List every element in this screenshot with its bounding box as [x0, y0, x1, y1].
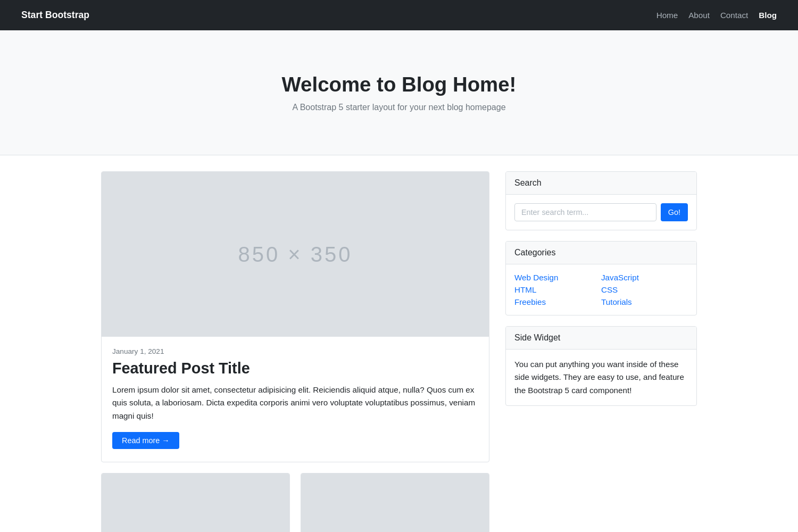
- category-html[interactable]: HTML: [514, 285, 601, 294]
- nav-item-contact: Contact: [720, 11, 748, 20]
- featured-post-image: 850 × 350: [102, 172, 489, 337]
- category-web-design[interactable]: Web Design: [514, 273, 601, 282]
- category-css[interactable]: CSS: [601, 285, 688, 294]
- featured-post-card: 850 × 350 January 1, 2021 Featured Post …: [101, 171, 489, 462]
- small-card-1: [101, 473, 290, 532]
- nav-link-about[interactable]: About: [688, 11, 710, 20]
- search-widget-body: Go!: [506, 195, 696, 230]
- featured-post-text: Lorem ipsum dolor sit amet, consectetur …: [112, 384, 478, 422]
- side-widget: Side Widget You can put anything you wan…: [505, 326, 697, 406]
- side-widget-header: Side Widget: [506, 327, 696, 350]
- featured-post-date: January 1, 2021: [112, 347, 478, 355]
- small-cards-row: [101, 473, 489, 532]
- small-card-2: [301, 473, 489, 532]
- category-tutorials[interactable]: Tutorials: [601, 297, 688, 306]
- read-more-button[interactable]: Read more →: [112, 432, 179, 449]
- featured-post-title: Featured Post Title: [112, 360, 478, 377]
- small-card-2-image: [301, 473, 489, 532]
- nav-link-contact[interactable]: Contact: [720, 11, 748, 20]
- category-freebies[interactable]: Freebies: [514, 297, 601, 306]
- categories-widget-body: Web Design JavaScript HTML CSS Freebies …: [506, 264, 696, 315]
- categories-widget: Categories Web Design JavaScript HTML CS…: [505, 241, 697, 315]
- side-widget-text: You can put anything you want inside of …: [514, 358, 688, 397]
- main-container: 850 × 350 January 1, 2021 Featured Post …: [59, 155, 739, 532]
- nav-item-about: About: [688, 11, 710, 20]
- side-widget-body: You can put anything you want inside of …: [506, 350, 696, 405]
- main-content: 850 × 350 January 1, 2021 Featured Post …: [101, 171, 489, 532]
- hero-subtitle: A Bootstrap 5 starter layout for your ne…: [11, 103, 787, 112]
- search-go-button[interactable]: Go!: [661, 203, 688, 221]
- search-widget: Search Go!: [505, 171, 697, 230]
- search-input[interactable]: [514, 203, 656, 221]
- search-widget-header: Search: [506, 172, 696, 195]
- navbar: Start Bootstrap Home About Contact Blog: [0, 0, 798, 30]
- nav-item-blog: Blog: [759, 11, 777, 20]
- sidebar: Search Go! Categories Web Design JavaScr…: [505, 171, 697, 406]
- search-form: Go!: [514, 203, 688, 221]
- featured-post-body: January 1, 2021 Featured Post Title Lore…: [102, 337, 489, 462]
- nav-link-home[interactable]: Home: [656, 11, 678, 20]
- hero-section: Welcome to Blog Home! A Bootstrap 5 star…: [0, 30, 798, 155]
- categories-grid: Web Design JavaScript HTML CSS Freebies …: [514, 273, 688, 306]
- small-card-1-image: [102, 473, 289, 532]
- nav-brand[interactable]: Start Bootstrap: [21, 10, 89, 21]
- nav-link-blog[interactable]: Blog: [759, 11, 777, 20]
- categories-widget-header: Categories: [506, 242, 696, 264]
- nav-item-home: Home: [656, 11, 678, 20]
- nav-links: Home About Contact Blog: [656, 11, 777, 20]
- hero-title: Welcome to Blog Home!: [11, 73, 787, 96]
- category-javascript[interactable]: JavaScript: [601, 273, 688, 282]
